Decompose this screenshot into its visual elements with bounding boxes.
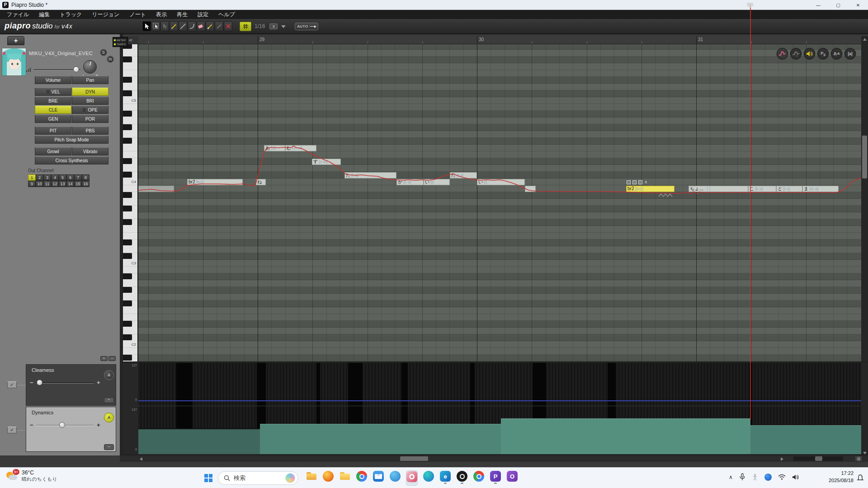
vertical-scrollbar[interactable]	[861, 36, 868, 456]
piano-roll-grid[interactable]: ]br2[br2]ねあ[a]む[m M]す[s M]た[t a]か[k a]い[…	[138, 44, 861, 361]
tray-expand-icon[interactable]: ∧	[729, 474, 733, 480]
param-bre[interactable]: BRE	[35, 97, 71, 105]
note[interactable]: む[m M]	[285, 145, 316, 151]
black-key[interactable]	[123, 300, 132, 306]
param-pbs[interactable]: PBS	[72, 127, 108, 135]
pitch-variance-toggle[interactable]: v	[790, 48, 802, 59]
note[interactable]: い[i]	[477, 179, 525, 185]
pointer-disabled-tool[interactable]	[160, 21, 169, 31]
taskbar-app-mail[interactable]	[373, 470, 384, 486]
maximize-button[interactable]: ▢	[828, 0, 848, 10]
clearness-panel[interactable]: Clearness A − + −	[26, 364, 116, 406]
channel-7[interactable]: 7	[74, 174, 82, 181]
measure-ruler[interactable]: 293031	[138, 36, 861, 44]
channel-11[interactable]: 11	[43, 181, 51, 187]
black-key[interactable]	[123, 219, 132, 225]
taskbar-app-app-e[interactable]: e	[439, 470, 451, 486]
channel-16[interactable]: 16	[82, 181, 90, 187]
param-vel[interactable]: VEL	[35, 88, 71, 96]
note[interactable]: ね	[256, 179, 266, 185]
tray-app-icon[interactable]	[764, 474, 772, 481]
horizontal-scroll-thumb[interactable]	[400, 456, 428, 461]
taskbar-app-folder[interactable]	[339, 470, 351, 486]
clearness-auto-button[interactable]: A	[104, 370, 114, 380]
track-avatar[interactable]	[2, 48, 26, 76]
param-gen[interactable]: GEN	[35, 115, 71, 123]
channel-8[interactable]: 8	[82, 174, 90, 181]
pencil-tool[interactable]	[170, 21, 178, 31]
taskbar-app-firefox[interactable]	[322, 470, 334, 486]
taskbar-app-explorer[interactable]	[306, 470, 317, 486]
dynamics-auto-button[interactable]: A	[104, 413, 114, 422]
scroll-right-icon[interactable]	[781, 457, 783, 461]
audio-preview-toggle[interactable]	[804, 48, 815, 59]
param-cross-synthesis[interactable]: Cross Synthesis	[35, 156, 108, 164]
black-key[interactable]	[123, 287, 132, 293]
dynamics-minus[interactable]: −	[30, 422, 33, 428]
auto-scroll-button[interactable]: AUTO	[295, 23, 318, 30]
param-vibrato[interactable]: Vibrato	[72, 147, 108, 155]
dynamics-collapse-button[interactable]: −	[104, 444, 114, 450]
selection-tool[interactable]	[151, 21, 160, 31]
taskbar-app-chrome[interactable]	[356, 470, 368, 486]
black-key[interactable]	[123, 355, 132, 361]
taskbar-search[interactable]: 検索	[218, 471, 298, 485]
pen-disabled-tool[interactable]	[215, 21, 223, 31]
menu-ノート[interactable]: ノート	[124, 10, 151, 19]
black-key[interactable]	[123, 239, 132, 245]
add-track-button[interactable]: +	[7, 36, 24, 45]
volume-slider-handle[interactable]	[73, 66, 79, 72]
param-dyn[interactable]: DYN	[72, 88, 108, 96]
param-pit[interactable]: PIT	[35, 127, 71, 135]
channel-9[interactable]: 9	[28, 181, 36, 187]
note[interactable]: た[t a]	[450, 172, 477, 178]
line-tool[interactable]	[179, 21, 187, 31]
black-key[interactable]	[123, 56, 132, 62]
note-handle[interactable]	[632, 180, 637, 184]
black-key[interactable]	[123, 111, 132, 117]
phoneme-style-toggle[interactable]: PS	[817, 48, 829, 59]
param-pan[interactable]: Pan	[72, 76, 108, 84]
channel-6[interactable]: 6	[66, 174, 74, 181]
grid-corner-button[interactable]	[854, 455, 863, 462]
microphone-icon[interactable]	[739, 473, 745, 481]
black-key[interactable]	[123, 172, 132, 178]
volume-icon[interactable]	[792, 474, 800, 480]
channel-5[interactable]: 5	[59, 174, 66, 181]
channel-13[interactable]: 13	[59, 181, 66, 187]
note[interactable]: い[i]	[424, 179, 450, 185]
control-parameter-lane[interactable]	[138, 363, 861, 454]
note[interactable]: ちょ…- [ ]	[689, 186, 748, 192]
black-key[interactable]	[123, 321, 132, 327]
taskbar-clock[interactable]: 17:22 2025/08/18	[824, 470, 854, 484]
clearness-visible-checkbox[interactable]: ✓	[7, 381, 17, 388]
solo-button[interactable]: S	[100, 49, 107, 56]
delete-tool[interactable]	[224, 21, 232, 31]
note[interactable]: と[t o]	[776, 186, 802, 192]
taskbar-app-chatgpt[interactable]	[456, 470, 468, 486]
note[interactable]: す[s M]	[312, 159, 341, 165]
clearness-minus[interactable]: −	[30, 379, 33, 386]
dynamics-slider-track[interactable]	[36, 425, 94, 426]
accessibility-icon[interactable]	[752, 474, 758, 481]
channel-14[interactable]: 14	[66, 181, 74, 187]
menu-設定[interactable]: 設定	[193, 10, 213, 19]
add-control-lane-button[interactable]: +	[100, 356, 108, 361]
weather-widget[interactable]: 9+ 36°C 晴れのちくもり	[6, 469, 57, 483]
taskbar-app-store[interactable]	[389, 470, 401, 486]
clearness-plus[interactable]: +	[97, 379, 100, 386]
taskbar-app-chrome2[interactable]	[473, 470, 485, 486]
channel-4[interactable]: 4	[51, 174, 59, 181]
zoom-slider[interactable]	[793, 456, 843, 461]
dynamics-visible-checkbox[interactable]: ✓	[7, 427, 17, 433]
meter-tempo-box[interactable]: METER TEMPO	[113, 37, 128, 47]
pitch-line-toggle[interactable]	[777, 48, 788, 59]
zoom-slider-thumb[interactable]	[815, 456, 822, 461]
menu-再生[interactable]: 再生	[172, 10, 193, 19]
note[interactable]: br2[br2]	[626, 186, 675, 192]
pointer-tool[interactable]	[142, 21, 151, 31]
close-button[interactable]: ✕	[848, 0, 868, 10]
channel-15[interactable]: 15	[74, 181, 82, 187]
black-key[interactable]	[123, 253, 132, 259]
minimize-button[interactable]: —	[808, 0, 828, 10]
